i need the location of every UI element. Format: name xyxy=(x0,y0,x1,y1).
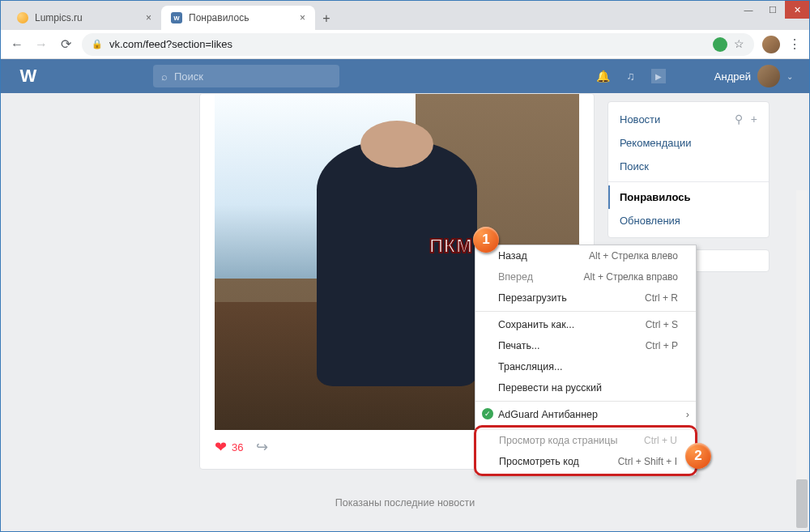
tab-close-icon[interactable]: × xyxy=(146,12,151,23)
reload-button[interactable]: ⟳ xyxy=(58,36,74,53)
notifications-icon[interactable]: 🔔 xyxy=(596,70,610,83)
like-button[interactable]: ❤ 36 xyxy=(215,438,243,456)
play-icon[interactable]: ▶ xyxy=(651,69,666,83)
star-icon[interactable]: ☆ xyxy=(734,37,744,52)
ctx-save-as[interactable]: Сохранить как...Ctrl + S xyxy=(475,314,696,335)
extension-icon[interactable] xyxy=(713,37,727,52)
window-minimize-button[interactable]: — xyxy=(736,1,761,19)
sidebar-item-updates[interactable]: Обновления xyxy=(608,209,769,232)
heart-icon: ❤ xyxy=(215,438,227,456)
tab-title: Понравилось xyxy=(189,12,249,23)
ctx-shortcut: Ctrl + U xyxy=(644,434,677,447)
ctx-shortcut: Ctrl + Shift + I xyxy=(618,455,677,468)
context-menu: НазадAlt + Стрелка влево ВпередAlt + Стр… xyxy=(475,245,697,475)
like-count: 36 xyxy=(232,441,243,453)
profile-avatar[interactable] xyxy=(762,36,780,53)
ctx-forward[interactable]: ВпередAlt + Стрелка вправо xyxy=(475,266,696,287)
username: Андрей xyxy=(714,70,751,83)
ctx-label: Перезагрузить xyxy=(498,292,567,304)
ctx-label: Печать... xyxy=(498,339,539,352)
sidebar-item-search[interactable]: Поиск xyxy=(608,155,769,178)
ctx-shortcut: Alt + Стрелка влево xyxy=(589,249,678,262)
favicon-icon: w xyxy=(171,12,182,23)
avatar xyxy=(757,65,780,87)
feed-footer: Показаны последние новости xyxy=(1,497,809,509)
ctx-adguard[interactable]: ✓AdGuard Антибаннер xyxy=(475,404,696,425)
ctx-label: Назад xyxy=(498,249,527,262)
ctx-back[interactable]: НазадAlt + Стрелка влево xyxy=(475,245,696,266)
address-bar[interactable]: 🔒 vk.com/feed?section=likes ☆ xyxy=(82,33,754,56)
ctx-inspect[interactable]: Просмотреть кодCtrl + Shift + I xyxy=(476,451,695,472)
scrollbar[interactable] xyxy=(796,190,808,528)
favicon-icon xyxy=(17,12,28,23)
ctx-shortcut: Ctrl + R xyxy=(645,292,678,304)
new-tab-button[interactable]: + xyxy=(315,7,338,30)
tab-close-icon[interactable]: × xyxy=(300,12,305,23)
sidebar-item-label: Обновления xyxy=(620,215,680,227)
vk-logo-icon[interactable]: W xyxy=(17,65,40,87)
lock-icon: 🔒 xyxy=(92,39,103,49)
ctx-label: Трансляция... xyxy=(498,360,562,373)
ctx-label: Просмотр кода страницы xyxy=(499,434,617,447)
adguard-icon: ✓ xyxy=(482,408,493,419)
browser-menu-button[interactable]: ⋮ xyxy=(788,36,801,52)
ctx-cast[interactable]: Трансляция... xyxy=(475,356,696,377)
sidebar-item-label: Рекомендации xyxy=(620,137,692,149)
forward-button[interactable]: → xyxy=(33,36,49,53)
vk-header: W ⌕ Поиск 🔔 ♫ ▶ Андрей ⌄ xyxy=(1,59,809,93)
ctx-shortcut: Alt + Стрелка вправо xyxy=(584,270,678,283)
sidebar-item-label: Новости xyxy=(620,113,660,126)
ctx-label: Просмотреть код xyxy=(499,455,579,468)
share-button[interactable]: ↪ xyxy=(256,438,268,456)
tab-lumpics[interactable]: Lumpics.ru × xyxy=(7,6,161,30)
music-icon[interactable]: ♫ xyxy=(626,70,635,83)
ctx-label: Вперед xyxy=(498,270,533,283)
toolbar: ← → ⟳ 🔒 vk.com/feed?section=likes ☆ ⋮ xyxy=(1,30,809,59)
search-icon: ⌕ xyxy=(161,70,168,83)
annotation-pkm: ПКМ xyxy=(429,235,472,257)
user-menu[interactable]: Андрей ⌄ xyxy=(714,65,793,87)
sidebar-item-liked[interactable]: Понравилось xyxy=(608,185,769,209)
url-text: vk.com/feed?section=likes xyxy=(109,38,232,50)
back-button[interactable]: ← xyxy=(9,36,25,53)
chevron-down-icon: ⌄ xyxy=(787,72,793,81)
sidebar-item-label: Поиск xyxy=(620,160,649,172)
search-placeholder: Поиск xyxy=(174,70,203,83)
add-icon[interactable]: + xyxy=(751,113,757,126)
tab-strip: Lumpics.ru × w Понравилось × + xyxy=(1,1,809,30)
tab-title: Lumpics.ru xyxy=(35,12,83,23)
ctx-label: AdGuard Антибаннер xyxy=(498,408,598,421)
window-maximize-button[interactable]: ☐ xyxy=(761,1,785,19)
scrollbar-thumb[interactable] xyxy=(796,479,808,528)
annotation-badge-2: 2 xyxy=(685,443,711,469)
sidebar-item-news[interactable]: Новости ⚲ + xyxy=(608,107,769,131)
filter-icon[interactable]: ⚲ xyxy=(735,113,743,126)
ctx-reload[interactable]: ПерезагрузитьCtrl + R xyxy=(475,287,696,309)
ctx-shortcut: Ctrl + P xyxy=(646,339,678,352)
tab-vk-likes[interactable]: w Понравилось × xyxy=(161,6,315,30)
annotation-badge-1: 1 xyxy=(473,227,499,253)
sidebar-item-recommendations[interactable]: Рекомендации xyxy=(608,131,769,155)
ctx-label: Перевести на русский xyxy=(498,381,602,394)
ctx-view-source[interactable]: Просмотр кода страницыCtrl + U xyxy=(476,429,695,451)
ctx-label: Сохранить как... xyxy=(498,318,574,331)
highlight-box: Просмотр кода страницыCtrl + U Просмотре… xyxy=(474,425,697,476)
search-input[interactable]: ⌕ Поиск xyxy=(153,65,339,87)
ctx-print[interactable]: Печать...Ctrl + P xyxy=(475,335,696,356)
window-close-button[interactable]: ✕ xyxy=(785,1,809,19)
sidebar-nav: Новости ⚲ + Рекомендации Поиск Понравило… xyxy=(608,101,770,238)
sidebar-item-label: Понравилось xyxy=(620,191,690,203)
ctx-shortcut: Ctrl + S xyxy=(646,318,678,331)
omnibox-actions: ☆ xyxy=(713,37,744,52)
ctx-translate[interactable]: Перевести на русский xyxy=(475,377,696,398)
